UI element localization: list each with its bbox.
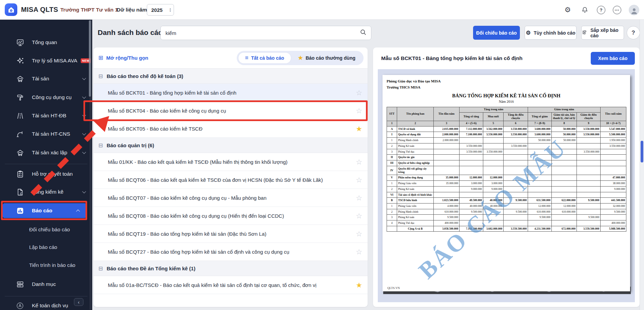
sidebar-scrollbar[interactable]: [90, 20, 92, 310]
sidebar-subitem-1[interactable]: Đối chiếu báo cáo: [0, 222, 92, 236]
sort-reports-button[interactable]: Sắp xếp báo cáo: [581, 26, 624, 40]
window-scrollbar[interactable]: [640, 20, 644, 310]
doc-cell: 1: [387, 181, 397, 187]
doc-cell: III: [387, 160, 397, 166]
customize-reports-button[interactable]: ⚙ Tùy chỉnh báo cáo: [525, 26, 577, 40]
doc-col-number: 5: [483, 121, 504, 126]
doc-col-number: 9: [577, 121, 601, 126]
doc-table-row: 2Phòng Kế toán3.550.000.0003.550.000.000…: [387, 143, 626, 149]
doc-cell: II: [387, 155, 397, 160]
sidebar-item-8[interactable]: Hỗ trợ quyết toán: [0, 167, 92, 181]
report-list-item[interactable]: Mẫu số 01a-BC/TSCĐ - Báo cáo kết quả kiể…: [94, 276, 368, 294]
app-logo-icon[interactable]: [5, 3, 17, 16]
search-input[interactable]: [161, 30, 359, 36]
report-list-item[interactable]: Mẫu số BCQT08 - Báo cáo kiểm kê công cụ …: [94, 207, 368, 225]
organization-name[interactable]: Trường THPT Tư vấn 1: [60, 7, 118, 13]
favorite-star-icon-filled[interactable]: ★: [356, 282, 362, 289]
doc-cell: [504, 181, 528, 187]
doc-table-row: IVQuyền đối với giống cây trồng: [387, 166, 626, 175]
doc-cell: [577, 209, 601, 215]
report-list-item[interactable]: Mẫu 01/KK - Báo cáo kết quả kiểm kê TSCĐ…: [94, 153, 368, 171]
doc-cell: 7.100.000.000: [460, 132, 483, 138]
doc-cell: 4.000.000: [434, 204, 460, 209]
help-button[interactable]: ?: [627, 26, 640, 39]
sidebar-item-label: Kế toán dịch vụ: [32, 303, 68, 309]
doc-cell: [577, 181, 601, 187]
doc-table-row: 2Phòng Hành chính610.000.0009.500.0009.5…: [387, 209, 626, 215]
report-group-header[interactable]: ⊟Báo cáo quản trị (6): [94, 138, 368, 153]
sidebar-item-10[interactable]: Báo cáo: [3, 203, 86, 218]
doc-cell: 9.500.000: [434, 215, 460, 220]
notifications-bell-icon[interactable]: [580, 5, 589, 15]
sidebar-scrollbar-thumb[interactable]: [89, 20, 91, 97]
favorite-star-icon[interactable]: ☆: [356, 107, 362, 114]
sidebar-subitem-2[interactable]: Lập báo cáo: [0, 240, 92, 254]
sidebar-subitem-3[interactable]: Tiến trình in báo cáo: [0, 258, 92, 272]
report-group-header[interactable]: ⊟Báo cáo theo chế độ kế toán (3): [94, 69, 368, 84]
doc-cell: [552, 143, 577, 149]
compare-reports-button[interactable]: Đối chiếu báo cáo: [473, 26, 520, 40]
help-icon[interactable]: ?: [597, 6, 605, 14]
sidebar-item-5[interactable]: Tài sản HT-ĐB: [0, 109, 92, 123]
report-list-item[interactable]: Mẫu số BCQT19 - Báo cáo tổng hợp kiểm kê…: [94, 225, 368, 243]
report-list-item[interactable]: Mẫu số BCQT07 - Báo cáo kiểm kê công cụ …: [94, 189, 368, 207]
report-list-item[interactable]: Mẫu số BCQT27 - Báo cáo tổng hợp kiểm kê…: [94, 243, 368, 261]
doc-cell: 2.000.000.000: [434, 138, 460, 143]
sidebar-collapse-button[interactable]: ‹: [74, 298, 83, 306]
sidebar-item-1[interactable]: Tổng quan: [0, 35, 92, 50]
favorite-star-icon[interactable]: ☆: [356, 230, 362, 237]
favorite-star-icon[interactable]: ☆: [356, 194, 362, 201]
user-avatar[interactable]: [629, 5, 639, 15]
favorite-star-icon[interactable]: ☆: [356, 176, 362, 183]
doc-cell: [460, 220, 483, 226]
doc-cell: 3.600.000.000: [528, 132, 552, 138]
doc-cell: [504, 192, 528, 198]
report-list-item[interactable]: Mẫu số BCQT06 - Báo cáo kết quả kiểm kê …: [94, 171, 368, 189]
app-name: MISA QLTS: [21, 6, 58, 14]
report-list-item[interactable]: Mẫu số BCKT05 - Báo cáo kiểm kê TSCĐ★: [94, 120, 368, 138]
doc-cell: 1: [387, 204, 397, 209]
report-list-item[interactable]: Mẫu số BCKT01 - Bảng tổng hợp kiểm kê tà…: [94, 84, 368, 102]
year-stepper[interactable]: ▴▾: [170, 7, 174, 12]
doc-table-row: 2Phòng Kế toán9.000.0009.000.0009.000.00…: [387, 186, 626, 192]
doc-cell: 7.161.500.000: [460, 226, 483, 232]
filter-all-reports[interactable]: ≡ Tất cả báo cáo: [238, 52, 291, 64]
settings-gear-icon[interactable]: ⚙: [563, 5, 572, 15]
doc-cell: 3.562.000.000: [483, 126, 504, 132]
sidebar-item-4[interactable]: Công cụ dụng cụ: [0, 90, 92, 104]
favorite-star-icon[interactable]: ☆: [356, 158, 362, 166]
doc-cell: 50.000.000: [552, 126, 577, 132]
report-icon: [16, 206, 24, 215]
doc-col-number: 8: [552, 121, 577, 126]
sidebar-item-9[interactable]: Tổng kiểm kê: [0, 185, 92, 199]
year-select[interactable]: 2025 ▴▾: [147, 4, 174, 16]
expand-collapse-toggle[interactable]: ⊞ Mở rộng/Thu gọn: [98, 54, 148, 61]
doc-cell: 3.550.000.000: [504, 126, 528, 132]
window-scrollbar-thumb[interactable]: [641, 141, 643, 162]
search-icon[interactable]: [359, 28, 367, 37]
doc-cell: 610.000.000: [434, 209, 460, 215]
favorite-star-icon[interactable]: ☆: [356, 248, 362, 255]
more-options-icon[interactable]: ⋯: [613, 6, 621, 14]
doc-cell: [528, 192, 552, 198]
filter-favorite-reports[interactable]: ★ Báo cáo thường dùng: [291, 52, 362, 64]
sidebar-item-7[interactable]: Tài sản xác lập: [0, 146, 92, 160]
sidebar-item-label: Tài sản HT-CNS: [32, 131, 70, 137]
doc-cell: [483, 220, 504, 226]
doc-cell: 9.500.000: [460, 209, 483, 215]
favorite-star-icon-filled[interactable]: ★: [356, 125, 362, 132]
doc-col-subheader: Tăng do điều chuyển: [504, 112, 528, 121]
favorite-star-icon[interactable]: ☆: [356, 212, 362, 219]
doc-cell: 12.000.000: [483, 175, 504, 181]
sidebar-item-11[interactable]: Danh mục: [0, 277, 92, 291]
doc-cell: 40.000.000: [483, 204, 504, 209]
sidebar-item-6[interactable]: Tài sản HT-CNS: [0, 127, 92, 141]
sidebar-item-3[interactable]: Tài sản: [0, 72, 92, 86]
doc-cell: [460, 138, 483, 143]
favorite-star-icon[interactable]: ☆: [356, 89, 362, 96]
sidebar-item-2[interactable]: Trợ lý số MISA AVANEW: [0, 54, 92, 68]
view-report-button[interactable]: Xem báo cáo: [591, 52, 635, 65]
doc-cell: 9.500.000: [504, 209, 528, 215]
report-list-item[interactable]: Mẫu số BCKT04 - Báo cáo kiểm kê công cụ …: [94, 102, 368, 120]
report-group-header[interactable]: ⊟Báo cáo theo Đề án Tổng kiểm kê (1): [94, 261, 368, 276]
